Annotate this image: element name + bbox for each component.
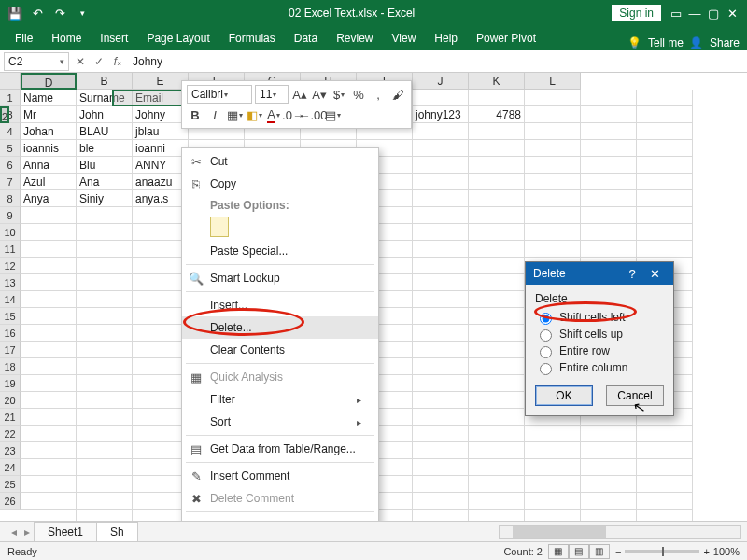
tab-file[interactable]: File	[6, 28, 42, 50]
cell[interactable]	[77, 459, 133, 476]
cell[interactable]	[21, 426, 77, 442]
cell[interactable]: John	[77, 106, 133, 123]
cell[interactable]	[469, 308, 525, 325]
cell[interactable]	[77, 375, 133, 392]
cell[interactable]	[413, 274, 469, 291]
cell[interactable]	[413, 224, 469, 241]
cell[interactable]	[469, 258, 525, 274]
font-name-box[interactable]: Calibri▾	[187, 85, 252, 104]
minimize-icon[interactable]: —	[685, 3, 704, 23]
cell[interactable]: jblau	[133, 123, 189, 140]
row-header[interactable]: 17	[0, 342, 21, 358]
radio-shift-cells-left[interactable]: Shift cells left	[535, 309, 664, 326]
cell[interactable]	[21, 442, 77, 459]
increase-font-icon[interactable]: A▴	[291, 86, 308, 103]
cell[interactable]	[525, 493, 581, 510]
cell[interactable]	[469, 291, 525, 308]
menu-insert-comment[interactable]: ✎Insert Comment	[182, 465, 378, 487]
cell[interactable]	[581, 241, 637, 258]
tab-power-pivot[interactable]: Power Pivot	[467, 28, 545, 50]
row-header[interactable]: 4	[0, 123, 21, 140]
cell[interactable]	[637, 493, 693, 510]
cell[interactable]	[413, 476, 469, 493]
cell[interactable]	[581, 459, 637, 476]
cell[interactable]	[469, 325, 525, 342]
cell[interactable]	[525, 106, 581, 123]
row-header[interactable]: 21	[0, 409, 21, 426]
cell[interactable]	[525, 224, 581, 241]
ok-button[interactable]: OK	[535, 385, 593, 406]
cell[interactable]	[637, 190, 693, 207]
radio-shift-cells-up[interactable]: Shift cells up	[535, 326, 664, 343]
cell[interactable]	[525, 157, 581, 174]
borders-icon[interactable]: ▦▾	[226, 106, 243, 123]
close-icon[interactable]: ✕	[723, 3, 741, 23]
save-icon[interactable]: 💾	[6, 3, 24, 23]
cell[interactable]	[77, 308, 133, 325]
cell[interactable]	[77, 274, 133, 291]
column-header[interactable]: B	[77, 73, 133, 90]
view-page-layout-icon[interactable]: ▤	[569, 544, 589, 559]
cancel-entry-icon[interactable]: ✕	[71, 55, 90, 68]
cell[interactable]: Anna	[21, 157, 77, 174]
paste-options[interactable]	[182, 214, 378, 240]
cell[interactable]	[637, 207, 693, 224]
cell[interactable]	[133, 510, 189, 521]
cell[interactable]	[413, 241, 469, 258]
cell[interactable]	[77, 325, 133, 342]
cell[interactable]	[413, 174, 469, 190]
cell[interactable]: Siniy	[77, 190, 133, 207]
cell[interactable]	[133, 442, 189, 459]
zoom-value[interactable]: 100%	[713, 546, 740, 557]
cell[interactable]	[21, 342, 77, 358]
dialog-title-bar[interactable]: Delete ? ✕	[526, 262, 673, 285]
cell[interactable]	[413, 291, 469, 308]
cell[interactable]	[469, 442, 525, 459]
cell[interactable]: Surname	[77, 90, 133, 106]
cell[interactable]	[413, 258, 469, 274]
confirm-entry-icon[interactable]: ✓	[90, 55, 108, 68]
cell[interactable]	[581, 106, 637, 123]
cell[interactable]	[637, 476, 693, 493]
row-header[interactable]: 7	[0, 174, 21, 190]
cell[interactable]	[77, 442, 133, 459]
cell[interactable]	[133, 274, 189, 291]
column-header[interactable]: K	[469, 73, 525, 90]
cell[interactable]	[469, 342, 525, 358]
cell[interactable]: anaazu	[133, 174, 189, 190]
cell[interactable]	[77, 291, 133, 308]
formula-bar[interactable]: Johny	[127, 55, 747, 68]
cell[interactable]	[21, 375, 77, 392]
cell[interactable]	[469, 459, 525, 476]
menu-paste-special[interactable]: Paste Special...	[182, 240, 378, 262]
redo-icon[interactable]: ↷	[50, 3, 69, 23]
cell[interactable]	[581, 90, 637, 106]
cell[interactable]	[413, 90, 469, 106]
cell[interactable]	[413, 342, 469, 358]
cell[interactable]	[637, 224, 693, 241]
cell[interactable]	[469, 426, 525, 442]
cell[interactable]	[469, 375, 525, 392]
row-header[interactable]: 5	[0, 140, 21, 157]
cell[interactable]	[133, 241, 189, 258]
cell[interactable]	[469, 510, 525, 521]
cell[interactable]: Blu	[77, 157, 133, 174]
cell[interactable]	[525, 123, 581, 140]
radio-entire-row[interactable]: Entire row	[535, 343, 664, 359]
row-header[interactable]: 16	[0, 325, 21, 342]
cell[interactable]: Anya	[21, 190, 77, 207]
cell[interactable]	[413, 459, 469, 476]
cell[interactable]	[525, 174, 581, 190]
cell[interactable]: anya.s	[133, 190, 189, 207]
menu-get-data[interactable]: ▤Get Data from Table/Range...	[182, 438, 378, 460]
cell[interactable]	[581, 207, 637, 224]
name-box-dropdown-icon[interactable]: ▾	[60, 57, 64, 66]
cell[interactable]	[637, 510, 693, 521]
cell[interactable]	[413, 392, 469, 409]
decrease-font-icon[interactable]: A▾	[311, 86, 328, 103]
cell[interactable]	[77, 510, 133, 521]
cell[interactable]	[77, 426, 133, 442]
cell[interactable]	[77, 409, 133, 426]
select-all-corner[interactable]	[0, 73, 21, 90]
row-header[interactable]: 9	[0, 207, 21, 224]
